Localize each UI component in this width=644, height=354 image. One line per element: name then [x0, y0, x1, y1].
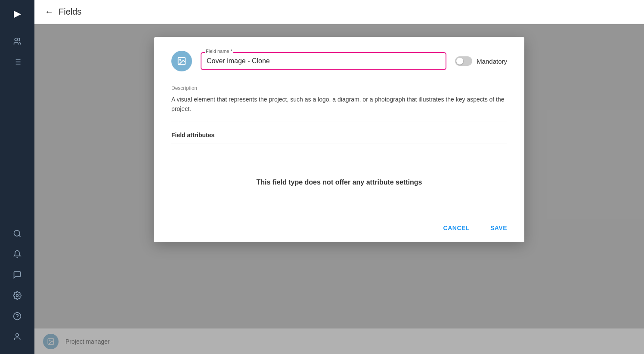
- main-area: ← Fields: [34, 0, 644, 354]
- settings-icon[interactable]: [9, 287, 26, 304]
- mandatory-label: Mandatory: [477, 58, 507, 65]
- logo-icon: ▶: [14, 8, 21, 19]
- description-divider: [171, 121, 507, 121]
- save-button[interactable]: SAVE: [483, 221, 514, 235]
- user-profile-icon[interactable]: [9, 328, 26, 345]
- svg-point-12: [16, 334, 19, 337]
- mandatory-toggle[interactable]: [455, 56, 472, 66]
- sidebar-item-list[interactable]: [9, 53, 26, 71]
- field-edit-modal: Field name * Mandatory Description: [154, 37, 524, 242]
- page-title: Fields: [59, 7, 81, 17]
- back-button[interactable]: ←: [45, 7, 53, 17]
- svg-point-9: [16, 295, 19, 297]
- modal-overlay: Field name * Mandatory Description: [34, 24, 644, 354]
- description-section: Description A visual element that repres…: [171, 85, 507, 121]
- sidebar-item-users[interactable]: [9, 33, 26, 50]
- chat-icon[interactable]: [9, 266, 26, 283]
- description-label: Description: [171, 85, 507, 91]
- description-text: A visual element that represents the pro…: [171, 95, 507, 114]
- field-name-input-wrapper: Field name *: [201, 52, 446, 70]
- field-name-row: Field name * Mandatory: [171, 51, 507, 71]
- modal-footer: CANCEL SAVE: [154, 214, 524, 242]
- field-attributes-section: Field attributes This field type does no…: [171, 132, 507, 203]
- search-icon[interactable]: [9, 225, 26, 242]
- modal-body: Field name * Mandatory Description: [154, 37, 524, 214]
- field-attributes-title: Field attributes: [171, 132, 507, 139]
- svg-point-14: [180, 59, 181, 60]
- topbar: ← Fields: [34, 0, 644, 24]
- toggle-knob: [456, 58, 463, 65]
- svg-point-0: [15, 38, 18, 41]
- field-attributes-divider: [171, 144, 507, 144]
- content-background: Field name * Mandatory Description: [34, 24, 644, 354]
- sidebar: ▶: [0, 0, 34, 354]
- svg-line-8: [19, 235, 21, 237]
- mandatory-toggle-row: Mandatory: [455, 56, 507, 66]
- sidebar-logo[interactable]: ▶: [9, 5, 26, 22]
- help-icon[interactable]: [9, 308, 26, 325]
- bell-icon[interactable]: [9, 246, 26, 263]
- sidebar-bottom-nav: [9, 225, 26, 345]
- cancel-button[interactable]: CANCEL: [437, 221, 477, 235]
- field-name-label: Field name *: [205, 49, 233, 54]
- sidebar-top-nav: [9, 33, 26, 225]
- field-name-input[interactable]: [201, 52, 446, 70]
- field-type-icon: [171, 51, 192, 71]
- no-attributes-message: This field type does not offer any attri…: [171, 153, 507, 203]
- svg-point-7: [14, 231, 20, 236]
